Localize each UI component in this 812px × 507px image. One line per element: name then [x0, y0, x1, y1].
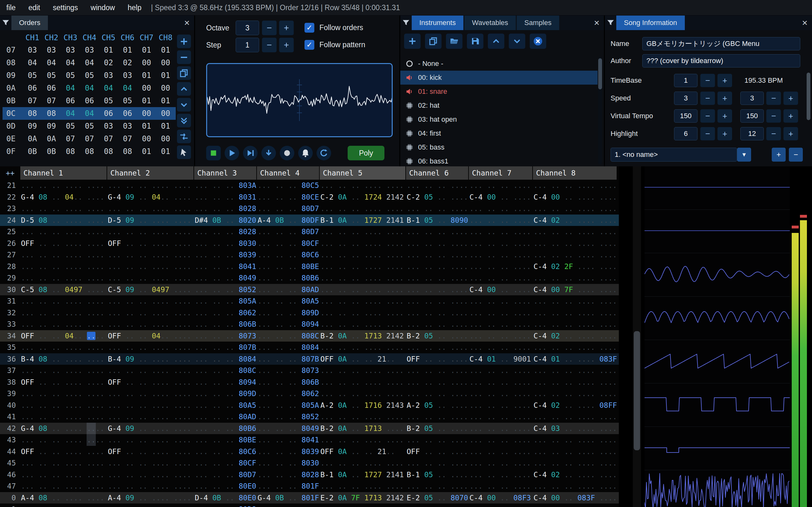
pattern-cell[interactable]: G-4 09 .. .... ....	[108, 423, 195, 435]
pattern-cell[interactable]: ... .. .. ....	[407, 307, 469, 319]
pattern-cell[interactable]: OFF .. .. .... ....	[108, 446, 195, 458]
pattern-cell[interactable]: ... .. .. .... ....	[108, 469, 195, 481]
pattern-cell[interactable]: ... .. .. .... ....	[534, 319, 618, 330]
order-cell[interactable]: 01	[137, 120, 156, 132]
pattern-cell[interactable]: ... .. .. 80B6	[195, 423, 258, 435]
close-icon[interactable]: ×	[594, 17, 600, 28]
pattern-cell[interactable]: ... .. .. .... ....	[108, 249, 195, 261]
order-cell[interactable]: 00	[156, 56, 175, 69]
pattern-cell[interactable]: ... .. .. .... ....	[320, 180, 407, 191]
pattern-cell[interactable]: ... .. .. ....	[407, 481, 469, 492]
order-cell[interactable]: 04	[80, 82, 99, 95]
pattern-cell[interactable]: ... .. .. ....	[469, 330, 534, 342]
expand-channels-button[interactable]: ++	[0, 166, 20, 180]
pattern-cell[interactable]: ... .. .. 80C5	[258, 180, 320, 191]
timebase-increase-button[interactable]: +	[717, 74, 732, 87]
pattern-cell[interactable]: B-2 0A .. 1713 ....	[320, 423, 407, 435]
subsong-dropdown-button[interactable]: ▼	[737, 148, 751, 162]
order-cell[interactable]: 05	[61, 120, 80, 132]
channel-header-2[interactable]: Channel 2	[107, 166, 194, 180]
pattern-cell[interactable]: ... .. .. 807B	[258, 353, 320, 365]
pattern-cell[interactable]: ... .. .. .... ....	[21, 504, 108, 507]
pattern-cell[interactable]: ... .. .. .... ....	[534, 446, 618, 458]
pattern-cell[interactable]: C-4 00 .. ....	[469, 284, 534, 296]
order-cell[interactable]: 01	[99, 44, 118, 56]
pattern-cell[interactable]: ... .. .. .... ....	[21, 469, 108, 481]
highlight2-increase-button[interactable]: +	[783, 127, 798, 140]
order-cell[interactable]: 00	[156, 82, 175, 95]
pattern-cell[interactable]: ... .. .. .... ....	[21, 180, 108, 191]
orders-row-08[interactable]: 080404040402020000	[3, 56, 176, 69]
pattern-cell[interactable]: ... .. .. 80B6	[258, 272, 320, 284]
pattern-cell[interactable]: ... .. .. 808C	[258, 330, 320, 342]
pattern-cell[interactable]: ... .. .. .... ....	[320, 377, 407, 388]
follow-pattern-checkbox[interactable]: ✓	[305, 40, 314, 50]
pattern-cell[interactable]: C-4 01 .. 9001	[469, 353, 534, 365]
poly-button[interactable]: Poly	[348, 146, 385, 160]
octave-increase-button[interactable]: +	[279, 20, 294, 35]
pattern-cell[interactable]: C-2 05 .. ....	[407, 191, 469, 203]
channel-header-8[interactable]: Channel 8	[533, 166, 617, 180]
pattern-cell[interactable]: ... .. .. ....	[407, 272, 469, 284]
pattern-cell[interactable]: ... .. .. ....	[469, 365, 534, 377]
pattern-cell[interactable]: ... .. .. .... ....	[534, 504, 618, 507]
follow-orders-checkbox[interactable]: ✓	[305, 23, 314, 33]
pattern-cell[interactable]: ... .. .. .... ....	[21, 400, 108, 411]
order-cell[interactable]: 0B	[23, 145, 42, 158]
order-cell[interactable]: 06	[23, 82, 42, 95]
orders-row-0F[interactable]: 0F0B0B080808080101	[3, 145, 176, 158]
order-cell[interactable]: 02	[99, 56, 118, 69]
pattern-cell[interactable]: ... .. .. 80CF	[258, 238, 320, 249]
pattern-cell[interactable]: ... .. .. .... ....	[320, 249, 407, 261]
pattern-cell[interactable]: ... .. .. ....	[407, 388, 469, 400]
pattern-cell[interactable]: ... .. .. .... ....	[21, 365, 108, 377]
pattern-cell[interactable]: ... .. .. ....	[407, 457, 469, 469]
pattern-cell[interactable]: C-4 00 .. 08F3	[469, 492, 534, 504]
pattern-cell[interactable]: ... .. .. .... ....	[320, 457, 407, 469]
order-cell[interactable]: 07	[61, 132, 80, 145]
pattern-cell[interactable]: ... .. .. ....	[469, 446, 534, 458]
pattern-cell[interactable]: OFF .. .. ....	[407, 446, 469, 458]
instrument-item[interactable]: 01: snare	[400, 84, 598, 99]
move-down-button[interactable]	[509, 34, 525, 49]
pattern-cell[interactable]: ... .. .. .... ....	[320, 434, 407, 446]
pattern-cell[interactable]: ... .. .. .... ....	[320, 226, 407, 238]
channel-header-4[interactable]: Channel 4	[257, 166, 319, 180]
orders-row-07[interactable]: 070303030301010101	[3, 44, 176, 56]
pattern-cell[interactable]: G-4 08 .. 04.. ....	[21, 191, 108, 203]
repeat-button[interactable]	[316, 146, 331, 160]
pattern-cell[interactable]: C-4 03 .. .... ....	[534, 423, 618, 435]
highlight2-value[interactable]: 12	[740, 127, 764, 140]
pattern-cell[interactable]: B-2 0A .. 1713 2142	[320, 330, 407, 342]
pattern-cell[interactable]: ... .. .. .... ....	[534, 226, 618, 238]
pattern-cell[interactable]: ... .. .. .... ....	[108, 434, 195, 446]
remove-button[interactable]	[177, 50, 191, 64]
channel-header-1[interactable]: Channel 1	[20, 166, 107, 180]
pattern-cell[interactable]: ... .. .. ....	[469, 238, 534, 249]
pattern-cell[interactable]: ... .. .. .... ....	[320, 272, 407, 284]
pattern-cell[interactable]: ... .. .. 8094	[195, 377, 258, 388]
pattern-cell[interactable]: ... .. .. 8073	[258, 365, 320, 377]
play-button[interactable]	[224, 146, 239, 160]
pattern-cell[interactable]: ... .. .. .... ....	[534, 272, 618, 284]
pattern-cell[interactable]: ... .. .. 8073	[195, 330, 258, 342]
step-one-row-button[interactable]	[261, 146, 276, 160]
pattern-cell[interactable]: ... .. .. 8041	[195, 261, 258, 273]
speed2-value[interactable]: 3	[740, 92, 764, 105]
pattern-cell[interactable]: ... .. .. ....	[469, 295, 534, 307]
menu-file[interactable]: file	[0, 0, 22, 15]
pattern-cell[interactable]: OFF 0A .. .. 21..	[320, 353, 407, 365]
speed1-increase-button[interactable]: +	[717, 92, 732, 105]
order-cell[interactable]: 03	[99, 120, 118, 132]
pattern-cell[interactable]: G-4 09 .. 04.. ....	[108, 191, 195, 203]
order-cell[interactable]: 04	[61, 56, 80, 69]
filter-icon[interactable]	[605, 19, 616, 27]
order-cell[interactable]: 0A	[23, 132, 42, 145]
pattern-cell[interactable]: ... .. .. .... ....	[534, 307, 618, 319]
order-cell[interactable]: 03	[118, 69, 137, 82]
pattern-cell[interactable]: ... .. .. .... ....	[108, 226, 195, 238]
pattern-cell[interactable]: ... .. .. 80BE	[258, 261, 320, 273]
pattern-cell[interactable]: ... .. .. .... ....	[320, 365, 407, 377]
pattern-cell[interactable]: ... .. .. ....	[469, 307, 534, 319]
pattern-cell[interactable]: A-4 09 .. .... ....	[108, 492, 195, 504]
